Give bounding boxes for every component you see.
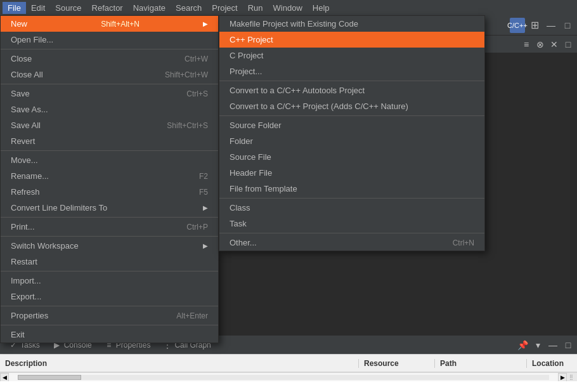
makefile-label: Makefile Project with Existing Code: [230, 19, 358, 29]
refresh-label: Refresh: [11, 187, 40, 197]
file-menu-dropdown: New Shift+Alt+N Open File... Close Ctrl+…: [0, 15, 219, 343]
menu-help[interactable]: Help: [308, 2, 335, 14]
table-header: Description Resource Path Location: [0, 355, 577, 372]
col-location: Location: [526, 359, 577, 368]
menu-item-move[interactable]: Move...: [1, 152, 218, 168]
separator-4: [1, 217, 218, 218]
bottom-dropdown-icon[interactable]: ▾: [531, 339, 544, 351]
file-from-template-label: File from Template: [230, 184, 297, 193]
menu-item-print[interactable]: Print... Ctrl+P: [1, 219, 218, 235]
open-file-label: Open File...: [11, 35, 53, 44]
new-item-convert-autotools[interactable]: Convert to a C/C++ Autotools Project: [219, 82, 484, 98]
properties-shortcut: Alt+Enter: [176, 311, 208, 320]
col-path: Path: [434, 359, 526, 368]
minimize-button[interactable]: —: [544, 18, 558, 32]
move-label: Move...: [11, 155, 38, 165]
new-item-makefile[interactable]: Makefile Project with Existing Code: [219, 16, 484, 32]
new-item-task[interactable]: Task: [219, 216, 484, 232]
menu-item-open-file[interactable]: Open File...: [1, 32, 218, 48]
print-shortcut: Ctrl+P: [186, 223, 208, 232]
menu-file[interactable]: File: [3, 2, 26, 14]
new-item-cpp-project[interactable]: C++ Project: [219, 32, 484, 48]
menu-item-exit[interactable]: Exit: [1, 327, 218, 343]
bottom-pin-icon[interactable]: 📌: [516, 339, 529, 351]
close-label: Close: [11, 54, 32, 63]
bottom-minimize-icon[interactable]: —: [547, 339, 559, 351]
cpp-project-label: C++ Project: [230, 35, 273, 44]
menu-item-convert-line[interactable]: Convert Line Delimiters To: [1, 200, 218, 216]
class-label: Class: [230, 203, 250, 212]
bottom-panel: Description Resource Path Location ◀ ▶ ⣿: [0, 354, 577, 392]
menu-edit[interactable]: Edit: [26, 2, 50, 14]
scroll-left-btn[interactable]: ◀: [0, 373, 9, 382]
bottom-maximize-icon[interactable]: □: [562, 339, 574, 351]
restart-label: Restart: [11, 257, 37, 266]
new-item-source-folder[interactable]: Source Folder: [219, 117, 484, 133]
import-label: Import...: [11, 276, 41, 285]
task-label: Task: [230, 219, 247, 228]
outline-max-icon[interactable]: □: [562, 38, 574, 51]
other-shortcut: Ctrl+N: [453, 238, 474, 247]
new-sep-1: [219, 81, 484, 81]
maximize-button[interactable]: □: [561, 18, 574, 32]
print-label: Print...: [11, 222, 35, 232]
outline-hide-icon[interactable]: ⊗: [534, 38, 547, 51]
new-item-class[interactable]: Class: [219, 200, 484, 216]
new-item-c-project[interactable]: C Project: [219, 48, 484, 63]
col-resource: Resource: [358, 359, 434, 368]
new-item-project[interactable]: Project...: [219, 63, 484, 79]
menu-item-close[interactable]: Close Ctrl+W: [1, 51, 218, 67]
menu-refactor[interactable]: Refactor: [87, 2, 128, 14]
h-scroll-thumb[interactable]: [18, 375, 81, 380]
perspective-cpp-button[interactable]: C/C++: [510, 18, 525, 33]
menu-window[interactable]: Window: [268, 2, 308, 14]
outline-icons: ≡ ⊗ ✕ □: [520, 38, 574, 51]
menu-source[interactable]: Source: [50, 2, 86, 14]
other-label: Other...: [230, 238, 257, 247]
menu-item-save-all[interactable]: Save All Shift+Ctrl+S: [1, 117, 218, 133]
menu-item-export[interactable]: Export...: [1, 289, 218, 304]
new-item-convert-cpp[interactable]: Convert to a C/C++ Project (Adds C/C++ N…: [219, 98, 484, 114]
convert-cpp-label: Convert to a C/C++ Project (Adds C/C++ N…: [230, 101, 408, 111]
rename-shortcut: F2: [199, 172, 208, 181]
new-item-source-file[interactable]: Source File: [219, 149, 484, 165]
menu-run[interactable]: Run: [243, 2, 268, 14]
menu-item-save-as[interactable]: Save As...: [1, 101, 218, 117]
menu-item-new[interactable]: New Shift+Alt+N: [1, 16, 218, 32]
menu-item-close-all[interactable]: Close All Shift+Ctrl+W: [1, 67, 218, 82]
exit-label: Exit: [11, 330, 25, 339]
convert-autotools-label: Convert to a C/C++ Autotools Project: [230, 86, 365, 95]
cpp-label: C/C++: [507, 22, 528, 29]
resize-handle[interactable]: ⣿: [567, 373, 577, 382]
menu-item-restart[interactable]: Restart: [1, 254, 218, 270]
menu-item-save[interactable]: Save Ctrl+S: [1, 86, 218, 101]
close-all-shortcut: Shift+Ctrl+W: [165, 70, 208, 79]
menu-navigate[interactable]: Navigate: [128, 2, 171, 14]
source-folder-label: Source Folder: [230, 121, 282, 130]
new-sep-3: [219, 198, 484, 199]
outline-close-icon[interactable]: ✕: [548, 38, 561, 51]
new-item-file-from-template[interactable]: File from Template: [219, 181, 484, 197]
new-item-other[interactable]: Other... Ctrl+N: [219, 235, 484, 251]
new-item-header-file[interactable]: Header File: [219, 165, 484, 181]
menu-item-revert[interactable]: Revert: [1, 133, 218, 149]
menu-search[interactable]: Search: [171, 2, 207, 14]
menu-item-switch-workspace[interactable]: Switch Workspace: [1, 238, 218, 254]
open-perspective-button[interactable]: ⊞: [528, 18, 541, 32]
bottom-scrollbar[interactable]: ◀ ▶ ⣿: [0, 372, 577, 381]
menu-item-import[interactable]: Import...: [1, 273, 218, 289]
new-item-folder[interactable]: Folder: [219, 133, 484, 149]
menu-item-refresh[interactable]: Refresh F5: [1, 184, 218, 200]
folder-label: Folder: [230, 136, 253, 146]
switch-workspace-label: Switch Workspace: [11, 241, 79, 251]
menu-item-rename[interactable]: Rename... F2: [1, 168, 218, 184]
separator-6: [1, 271, 218, 271]
close-all-label: Close All: [11, 70, 43, 79]
save-as-label: Save As...: [11, 105, 48, 114]
outline-menu-icon[interactable]: ≡: [520, 38, 533, 51]
menu-item-properties[interactable]: Properties Alt+Enter: [1, 308, 218, 323]
menu-project[interactable]: Project: [207, 2, 242, 14]
h-scroll-track[interactable]: [18, 375, 549, 380]
col-description: Description: [0, 359, 358, 368]
scroll-right-btn[interactable]: ▶: [558, 373, 567, 382]
